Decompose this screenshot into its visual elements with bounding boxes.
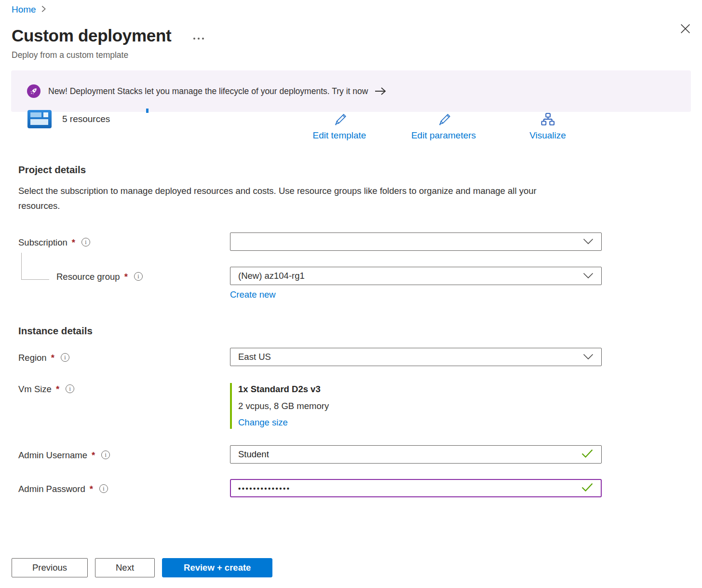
arrow-right-icon[interactable] bbox=[375, 87, 386, 96]
admin-username-input[interactable] bbox=[238, 449, 581, 460]
template-bar: 5 resources Edit template Edit parameter… bbox=[0, 112, 702, 141]
resources-count-label: 5 resources bbox=[62, 114, 110, 124]
vm-size-label: Vm Size bbox=[18, 384, 52, 395]
pencil-icon bbox=[436, 112, 451, 128]
project-details-heading: Project details bbox=[18, 164, 702, 176]
edit-template-label: Edit template bbox=[313, 130, 366, 141]
resource-group-label: Resource group bbox=[56, 272, 120, 282]
edit-template-button[interactable]: Edit template bbox=[303, 112, 376, 141]
admin-password-row: Admin Password * bbox=[0, 479, 702, 497]
footer-actions: Previous Next Review + create bbox=[12, 558, 702, 577]
banner-message: New! Deployment Stacks let you manage th… bbox=[48, 86, 368, 96]
visualize-label: Visualize bbox=[529, 130, 566, 141]
resources-summary: 5 resources bbox=[27, 110, 110, 128]
chevron-down-icon bbox=[583, 236, 594, 247]
chevron-right-icon bbox=[40, 4, 47, 15]
resource-group-row: Resource group * (New) az104-rg1 Create … bbox=[0, 267, 702, 300]
vm-size-specs: 2 vcpus, 8 GB memory bbox=[238, 401, 602, 411]
breadcrumb: Home bbox=[0, 0, 702, 15]
edit-parameters-label: Edit parameters bbox=[411, 130, 476, 141]
project-details-description: Select the subscription to manage deploy… bbox=[18, 183, 573, 213]
info-icon[interactable] bbox=[81, 238, 90, 246]
admin-password-input[interactable] bbox=[238, 484, 581, 492]
subscription-row: Subscription * bbox=[0, 232, 702, 251]
pencil-icon bbox=[332, 112, 347, 128]
info-icon[interactable] bbox=[99, 484, 108, 493]
info-icon[interactable] bbox=[61, 353, 69, 362]
admin-username-row: Admin Username * bbox=[0, 445, 702, 464]
create-new-link[interactable]: Create new bbox=[230, 289, 276, 300]
template-resources-icon bbox=[27, 110, 52, 128]
admin-password-fieldbox bbox=[230, 479, 602, 497]
info-icon[interactable] bbox=[101, 451, 110, 459]
vm-size-summary: 1x Standard D2s v3 2 vcpus, 8 GB memory … bbox=[230, 383, 602, 429]
org-chart-icon bbox=[540, 112, 555, 128]
close-icon bbox=[680, 23, 691, 36]
valid-check-icon bbox=[581, 482, 594, 494]
edit-parameters-button[interactable]: Edit parameters bbox=[407, 112, 480, 141]
chevron-down-icon bbox=[583, 352, 594, 362]
close-button[interactable] bbox=[677, 21, 693, 38]
review-create-button[interactable]: Review + create bbox=[162, 558, 272, 577]
project-details-form: Subscription * Resource group * (New) az… bbox=[0, 232, 702, 300]
chevron-down-icon bbox=[583, 271, 594, 281]
info-icon[interactable] bbox=[66, 384, 74, 393]
template-actions: Edit template Edit parameters Visualize bbox=[303, 112, 584, 141]
required-marker: * bbox=[56, 384, 59, 395]
required-marker: * bbox=[72, 237, 75, 248]
change-size-link[interactable]: Change size bbox=[238, 417, 288, 428]
subscription-label: Subscription bbox=[18, 237, 68, 248]
region-label: Region bbox=[18, 353, 47, 363]
next-button[interactable]: Next bbox=[95, 558, 155, 577]
required-marker: * bbox=[124, 272, 128, 282]
clipped-ui-fragment bbox=[146, 109, 148, 113]
region-dropdown[interactable]: East US bbox=[230, 348, 602, 366]
deployment-stacks-banner: New! Deployment Stacks let you manage th… bbox=[11, 70, 691, 112]
instance-details-heading: Instance details bbox=[18, 325, 702, 337]
page-title: Custom deployment bbox=[12, 25, 171, 46]
valid-check-icon bbox=[581, 449, 594, 461]
admin-password-label: Admin Password bbox=[18, 484, 85, 494]
info-icon[interactable] bbox=[134, 272, 143, 281]
admin-username-label: Admin Username bbox=[18, 450, 87, 461]
resource-group-value: (New) az104-rg1 bbox=[238, 271, 583, 281]
resource-group-dropdown[interactable]: (New) az104-rg1 bbox=[230, 267, 602, 285]
required-marker: * bbox=[51, 353, 54, 363]
required-marker: * bbox=[92, 450, 95, 461]
resource-group-connector-line bbox=[21, 253, 49, 280]
page-subtitle: Deploy from a custom template bbox=[12, 50, 702, 60]
required-marker: * bbox=[90, 484, 93, 494]
admin-username-fieldbox bbox=[230, 445, 602, 464]
more-options-icon[interactable] bbox=[193, 38, 204, 40]
region-value: East US bbox=[238, 352, 583, 362]
rocket-icon bbox=[27, 84, 40, 98]
visualize-button[interactable]: Visualize bbox=[511, 112, 584, 141]
vm-size-selection: 1x Standard D2s v3 bbox=[238, 384, 602, 395]
page-header: Custom deployment bbox=[0, 15, 702, 46]
subscription-dropdown[interactable] bbox=[230, 232, 602, 251]
breadcrumb-home-link[interactable]: Home bbox=[12, 4, 36, 15]
vm-size-row: Vm Size * 1x Standard D2s v3 2 vcpus, 8 … bbox=[0, 383, 702, 429]
region-row: Region * East US bbox=[0, 348, 702, 366]
previous-button[interactable]: Previous bbox=[12, 558, 88, 577]
